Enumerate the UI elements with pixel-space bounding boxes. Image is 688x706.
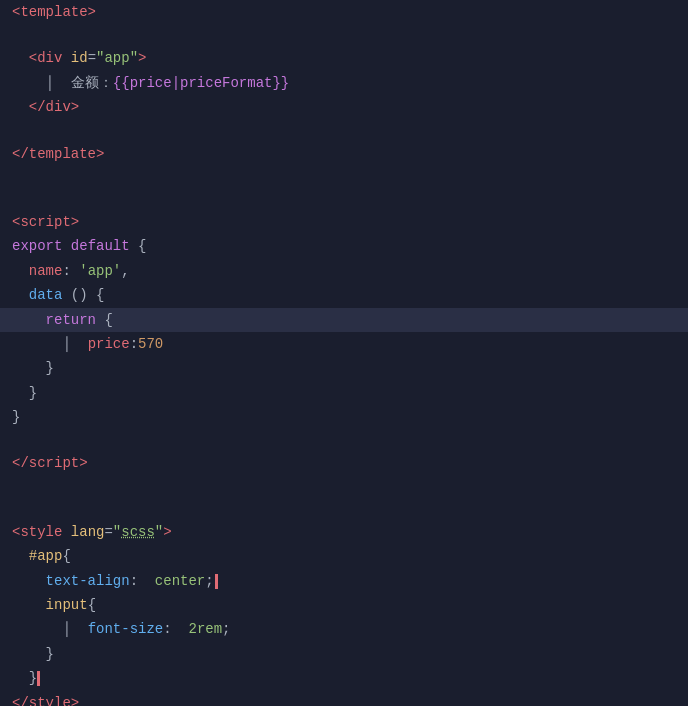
line-2 [0, 24, 688, 46]
line-15: │ price:570 [0, 332, 688, 356]
line-9 [0, 188, 688, 210]
line-28: } [0, 642, 688, 666]
line-6 [0, 120, 688, 142]
line-19 [0, 429, 688, 451]
line-21 [0, 476, 688, 498]
line-25: text-align: center; [0, 569, 688, 593]
line-4: │ 金额：{{price|priceFormat}} [0, 71, 688, 95]
line-26: input{ [0, 593, 688, 617]
line-1: <template> [0, 0, 688, 24]
line-22 [0, 498, 688, 520]
line-8 [0, 166, 688, 188]
line-3: <div id="app"> [0, 46, 688, 70]
line-11: export default { [0, 234, 688, 258]
code-editor: <template> <div id="app"> │ 金额：{{price|p… [0, 0, 688, 706]
line-23: <style lang="scss"> [0, 520, 688, 544]
line-27: │ font-size: 2rem; [0, 617, 688, 641]
line-18: } [0, 405, 688, 429]
line-5: </div> [0, 95, 688, 119]
line-20: </script> [0, 451, 688, 475]
line-12: name: 'app', [0, 259, 688, 283]
line-30: </style> [0, 691, 688, 706]
line-13: data () { [0, 283, 688, 307]
line-17: } [0, 381, 688, 405]
line-29: } [0, 666, 688, 690]
line-24: #app{ [0, 544, 688, 568]
line-7: </template> [0, 142, 688, 166]
line-10: <script> [0, 210, 688, 234]
line-16: } [0, 356, 688, 380]
line-14: return { [0, 308, 688, 332]
